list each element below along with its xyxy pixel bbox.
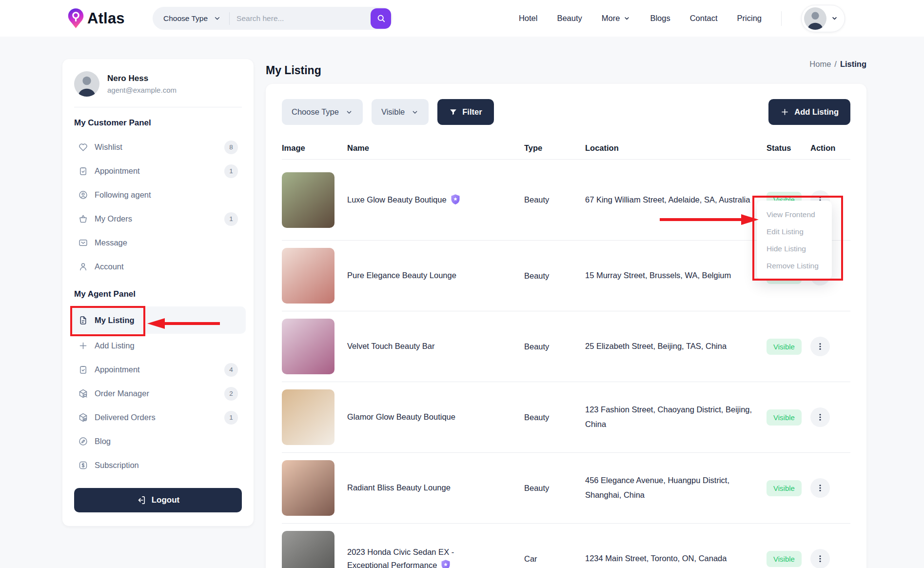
sidebar-item-appointment[interactable]: Appointment1	[74, 159, 242, 183]
listing-name-cell: Radiant Bliss Beauty Lounge	[347, 481, 472, 494]
visibility-filter-dropdown[interactable]: Visible	[372, 99, 429, 125]
listing-name[interactable]: Luxe Glow Beauty Boutique	[347, 195, 447, 204]
nav-link-label: Pricing	[737, 14, 762, 23]
context-menu-item-remove-listing[interactable]: Remove Listing	[757, 257, 832, 274]
listing-thumbnail[interactable]	[282, 389, 334, 445]
column-header-name: Name	[347, 143, 524, 153]
sidebar-item-wishlist[interactable]: Wishlist8	[74, 135, 242, 159]
kebab-menu-icon	[816, 413, 825, 422]
context-menu-item-edit-listing[interactable]: Edit Listing	[757, 223, 832, 240]
search-type-dropdown[interactable]: Choose Type	[153, 14, 221, 23]
listing-row: Glamor Glow Beauty BoutiqueBeauty123 Fas…	[282, 382, 850, 453]
listing-thumbnail[interactable]	[282, 460, 334, 516]
listing-name-cell: Pure Elegance Beauty Lounge	[347, 269, 472, 282]
sidebar-item-add-listing[interactable]: Add Listing	[74, 334, 242, 358]
user-circle-icon	[78, 190, 88, 200]
listing-location-text: 25 Elizabeth Street, Beijing, TAS, China	[585, 339, 753, 354]
sidebar-item-order-manager[interactable]: Order Manager2	[74, 382, 242, 406]
sidebar-divider	[74, 107, 242, 107]
listing-row: 2023 Honda Civic Sedan EX - Exceptional …	[282, 524, 850, 568]
sidebar-item-blog[interactable]: Blog	[74, 429, 242, 453]
listing-thumbnail[interactable]	[282, 172, 334, 228]
sidebar-item-account[interactable]: Account	[74, 255, 242, 279]
status-badge: Visible	[767, 409, 802, 426]
search-button[interactable]	[371, 8, 391, 29]
listing-thumbnail[interactable]	[282, 248, 334, 304]
listing-name[interactable]: 2023 Honda Civic Sedan EX - Exceptional …	[347, 548, 454, 568]
basket-icon	[78, 214, 88, 224]
filter-button[interactable]: Filter	[437, 99, 493, 125]
order-box-search-icon	[78, 388, 88, 399]
listing-name[interactable]: Pure Elegance Beauty Lounge	[347, 271, 456, 280]
sidebar-item-subscription[interactable]: Subscription	[74, 453, 242, 477]
avatar	[74, 71, 99, 97]
sidebar-item-my-listing[interactable]: My Listing	[70, 306, 246, 334]
nav-link-beauty[interactable]: Beauty	[557, 14, 582, 23]
nav-divider	[781, 11, 782, 26]
nav-link-blogs[interactable]: Blogs	[650, 14, 670, 23]
add-listing-button[interactable]: Add Listing	[768, 99, 850, 125]
user-menu[interactable]	[801, 5, 845, 32]
sidebar-item-delivered-orders[interactable]: Delivered Orders1	[74, 406, 242, 429]
listing-status-cell: Visible	[767, 551, 810, 567]
sidebar: Nero Hess agent@example.com My Customer …	[62, 59, 254, 526]
listing-image-cell	[282, 531, 347, 568]
status-badge: Visible	[767, 339, 802, 355]
listing-location-text: 123 Fashion Street, Chaoyang District, B…	[585, 403, 753, 431]
breadcrumb-home-link[interactable]: Home	[809, 60, 831, 69]
sidebar-item-label: Appointment	[95, 365, 140, 374]
listing-thumbnail[interactable]	[282, 531, 334, 568]
sidebar-item-label: Appointment	[95, 166, 140, 176]
chevron-down-icon	[345, 108, 353, 116]
listing-action-cell	[810, 549, 850, 568]
listing-location: 1234 Main Street, Toronto, ON, Canada	[585, 551, 767, 566]
listing-location: 123 Fashion Street, Chaoyang District, B…	[585, 403, 767, 431]
sidebar-profile: Nero Hess agent@example.com	[74, 71, 242, 97]
count-badge: 8	[224, 141, 238, 154]
actions-menu-button[interactable]	[810, 478, 830, 498]
actions-menu-button[interactable]	[810, 549, 830, 568]
nav-link-contact[interactable]: Contact	[690, 14, 718, 23]
subscription-dollar-icon	[78, 460, 88, 470]
nav-link-hotel[interactable]: Hotel	[519, 14, 538, 23]
sidebar-item-appointment[interactable]: Appointment4	[74, 358, 242, 382]
sidebar-item-label: Message	[95, 238, 127, 247]
listing-name[interactable]: Velvet Touch Beauty Bar	[347, 342, 434, 350]
sidebar-item-my-orders[interactable]: My Orders1	[74, 207, 242, 231]
listing-name[interactable]: Radiant Bliss Beauty Lounge	[347, 483, 451, 492]
sidebar-item-label: Following agent	[95, 190, 151, 200]
chevron-down-icon	[831, 15, 838, 22]
search-bar: Choose Type	[153, 7, 393, 30]
logout-button[interactable]: Logout	[74, 488, 242, 512]
logout-icon	[137, 495, 146, 505]
count-badge: 2	[224, 387, 238, 401]
chevron-down-icon	[213, 14, 221, 22]
listing-type: Beauty	[524, 271, 585, 281]
brand-logo[interactable]: Atlas	[67, 7, 125, 29]
listing-action-cell	[810, 478, 850, 498]
listing-thumbnail[interactable]	[282, 319, 334, 374]
status-badge: Visible	[767, 551, 802, 567]
sidebar-item-message[interactable]: Message	[74, 231, 242, 255]
context-menu-item-view-frontend[interactable]: View Frontend	[757, 206, 832, 223]
actions-menu-button[interactable]	[810, 337, 830, 356]
context-menu-item-hide-listing[interactable]: Hide Listing	[757, 240, 832, 257]
actions-menu-button[interactable]	[810, 407, 830, 427]
avatar-photo-icon	[804, 7, 826, 30]
nav-link-more[interactable]: More	[602, 14, 631, 23]
listing-location-text: 67 King William Street, Adelaide, SA, Au…	[585, 193, 753, 207]
listing-name-cell: 2023 Honda Civic Sedan EX - Exceptional …	[347, 546, 472, 568]
delivered-box-check-icon	[78, 412, 88, 423]
funnel-icon	[449, 108, 457, 116]
type-filter-dropdown[interactable]: Choose Type	[282, 99, 363, 125]
search-input[interactable]	[230, 14, 371, 23]
chevron-down-icon	[623, 15, 630, 22]
sidebar-section-heading: My Customer Panel	[74, 118, 242, 128]
listing-type: Car	[524, 554, 585, 564]
sidebar-item-label: Blog	[95, 437, 111, 446]
sidebar-item-label: Subscription	[95, 461, 139, 470]
sidebar-item-following-agent[interactable]: Following agent	[74, 183, 242, 207]
nav-link-pricing[interactable]: Pricing	[737, 14, 762, 23]
clipboard-check-icon	[78, 166, 88, 176]
listing-name[interactable]: Glamor Glow Beauty Boutique	[347, 412, 455, 421]
